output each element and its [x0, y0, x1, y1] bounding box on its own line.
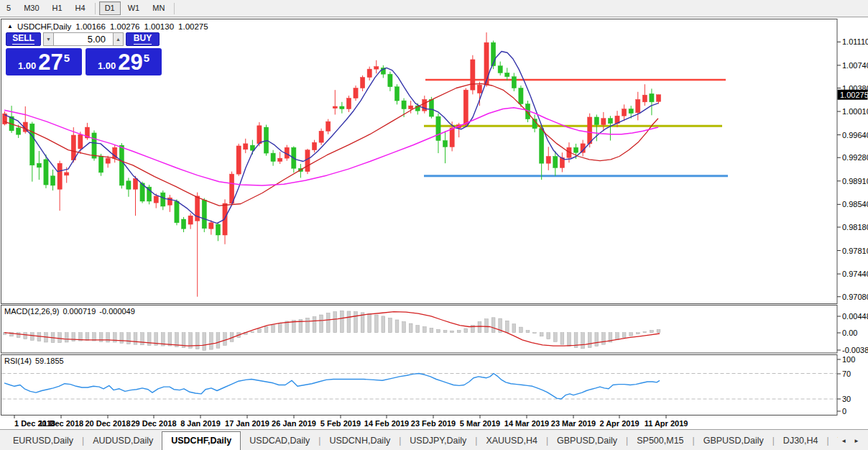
rsi-pane: [1, 355, 838, 415]
candle-body: [409, 106, 413, 109]
macd-histogram-bar: [402, 322, 406, 333]
symbol-tabs: EURUSD,Daily|AUDUSD,DailyUSDCHF,DailyUSD…: [0, 430, 838, 450]
buy-button[interactable]: BUY: [126, 32, 160, 46]
macd-histogram-bar: [326, 313, 330, 332]
candle-body: [17, 128, 21, 134]
toolbar-separator: [174, 3, 175, 14]
macd-histogram-bar: [533, 333, 537, 334]
candle-body: [44, 160, 48, 185]
date-axis-label: 2 Apr 2019: [599, 419, 639, 428]
macd-histogram-bar: [395, 320, 399, 333]
timeframe-button-mn[interactable]: MN: [147, 1, 170, 15]
buy-price-big: 29: [118, 51, 142, 73]
macd-histogram-bar: [17, 333, 20, 338]
timeframe-button-w1[interactable]: W1: [122, 1, 146, 15]
ohlc-low: 1.00130: [144, 22, 174, 31]
macd-histogram-bar: [389, 318, 392, 332]
macd-histogram-bar: [127, 333, 131, 344]
macd-histogram-bar: [106, 333, 110, 342]
chart-window: 1.011101.007401.003801.000100.996400.992…: [0, 18, 868, 429]
macd-value: 0.000719: [63, 307, 96, 316]
candle-body: [126, 181, 131, 189]
chevron-down-icon: ▼: [46, 37, 51, 42]
macd-histogram-bar: [347, 311, 351, 333]
macd-histogram-bar: [195, 333, 199, 349]
chart-canvas[interactable]: 1.011101.007401.003801.000100.996400.992…: [0, 18, 868, 429]
ohlc-info-line: ▲ USDCHF,Daily 1.00166 1.00276 1.00130 1…: [7, 22, 208, 31]
timeframe-button-h4[interactable]: H4: [70, 1, 91, 15]
chart-tab-sp500-m15[interactable]: SP500,M15: [628, 433, 692, 450]
macd-histogram-bar: [306, 318, 310, 332]
date-axis-label: 29 Dec 2018: [131, 419, 177, 428]
macd-histogram-bar: [382, 316, 385, 333]
macd-histogram-bar: [643, 331, 647, 332]
macd-histogram-bar: [629, 333, 633, 336]
macd-histogram-bar: [313, 317, 316, 333]
candle-body: [573, 147, 578, 152]
chart-tab-gbpusd-daily[interactable]: GBPUSD,Daily: [695, 433, 772, 450]
candle-body: [553, 156, 558, 167]
candle-body: [471, 60, 475, 90]
macd-histogram-bar: [657, 329, 660, 332]
chart-tab-usdchf-daily[interactable]: USDCHF,Daily: [162, 431, 241, 450]
macd-histogram-bar: [464, 329, 468, 333]
chart-tab-tech100-h1[interactable]: TECH100,H1: [829, 433, 839, 450]
chart-tab-usdcad-daily[interactable]: USDCAD,Daily: [241, 433, 318, 450]
candle-body: [119, 145, 124, 185]
chart-tab-usdcnh-daily[interactable]: USDCNH,Daily: [320, 433, 399, 450]
current-price-label: 1.00275: [840, 91, 868, 99]
chart-tab-xauusd-h4[interactable]: XAUUSD,H4: [477, 433, 546, 450]
macd-histogram-bar: [278, 323, 282, 332]
tabs-scroll-left-icon[interactable]: ◄: [841, 438, 846, 444]
macd-histogram-bar: [478, 322, 481, 333]
sell-price-panel[interactable]: 1.00 27 5: [6, 48, 82, 75]
date-axis-label: 20 Dec 2018: [86, 419, 131, 428]
chart-tab-audusd-daily[interactable]: AUDUSD,Daily: [84, 433, 162, 450]
symbol-tab-bar: EURUSD,Daily|AUDUSD,DailyUSDCHF,DailyUSD…: [0, 429, 868, 450]
candle-body: [78, 134, 83, 149]
candle-body: [484, 42, 489, 85]
chart-tab-gbpusd-daily[interactable]: GBPUSD,Daily: [548, 433, 626, 450]
buy-price-panel[interactable]: 1.00 29 5: [86, 48, 162, 75]
macd-histogram-bar: [588, 333, 591, 348]
price-axis-label: 0.99640: [842, 131, 868, 139]
candle-body: [257, 126, 262, 144]
volume-input[interactable]: 5.00: [54, 32, 113, 46]
candle-body: [505, 73, 509, 76]
chart-tab-dj30-h4[interactable]: DJ30,H4: [775, 433, 827, 450]
timeframe-button-m30[interactable]: M30: [18, 1, 45, 15]
trading-app-window: 5M30H1H4D1W1MN 1.011101.007401.003801.00…: [0, 0, 868, 450]
date-axis-label: 8 Jan 2019: [180, 419, 221, 428]
chart-tab-usdjpy-daily[interactable]: USDJPY,Daily: [401, 433, 475, 450]
macd-histogram-bar: [72, 333, 75, 341]
candle-body: [346, 98, 351, 109]
date-axis-label: 14 Feb 2019: [364, 419, 409, 428]
indicator-axis-label: 100: [842, 355, 855, 364]
timeframe-button-d1[interactable]: D1: [99, 1, 121, 15]
timeframe-button-h1[interactable]: H1: [47, 1, 68, 15]
sell-price-pip: 5: [64, 52, 70, 64]
macd-histogram-bar: [147, 333, 151, 346]
volume-decrease-button[interactable]: ▼: [43, 32, 54, 46]
candle-body: [312, 142, 316, 150]
candle-body: [223, 203, 227, 235]
macd-histogram-bar: [272, 325, 275, 333]
chart-tab-eurusd-daily[interactable]: EURUSD,Daily: [4, 433, 82, 450]
macd-histogram-bar: [553, 333, 557, 342]
volume-increase-button[interactable]: ▲: [113, 32, 124, 46]
symbol-direction-icon: ▲: [7, 23, 13, 29]
candle-body: [37, 163, 41, 167]
candle-body: [264, 127, 268, 153]
macd-histogram-bar: [223, 333, 227, 346]
timeframe-button-5[interactable]: 5: [1, 1, 17, 15]
candle-body: [230, 174, 234, 203]
date-axis-label: 5 Feb 2019: [320, 419, 361, 428]
candle-body: [278, 158, 282, 161]
candle-body: [71, 135, 75, 160]
candle-body: [106, 158, 110, 163]
candle-body: [642, 95, 647, 102]
date-axis-label: 26 Jan 2019: [272, 419, 316, 428]
tabs-scroll-right-icon[interactable]: ►: [854, 438, 859, 444]
sell-button[interactable]: SELL: [6, 32, 41, 46]
candle-body: [216, 224, 220, 235]
